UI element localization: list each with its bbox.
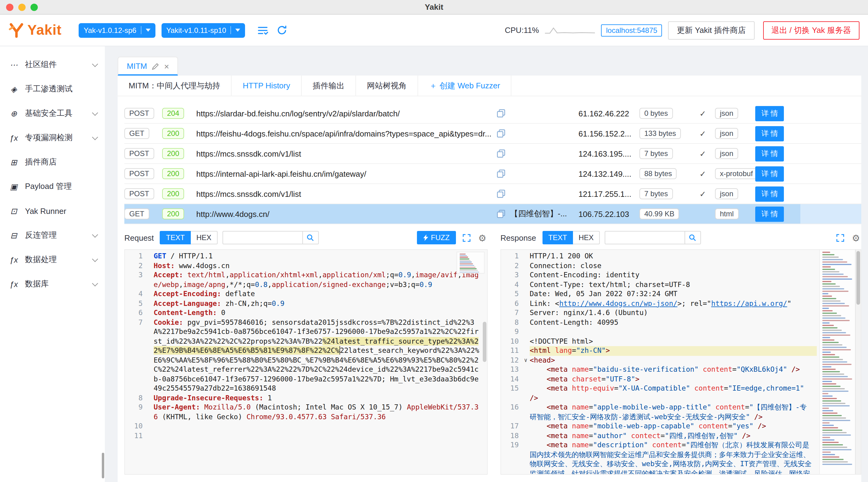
close-tab-icon[interactable]: × bbox=[164, 62, 169, 70]
code-line: 10<!DOCTYPE html> bbox=[501, 337, 817, 346]
response-search-icon[interactable] bbox=[684, 231, 701, 244]
close-window-button[interactable] bbox=[6, 3, 13, 11]
content-type-cell: html bbox=[715, 208, 755, 219]
code-line: 9User-Agent: Mozilla/5.0 (Macintosh; Int… bbox=[125, 403, 487, 422]
line-content: <html lang="zh-CN"> bbox=[530, 346, 817, 356]
response-editor[interactable]: 1HTTP/1.1 200 OK2Connection: close3Conte… bbox=[500, 249, 861, 475]
sidebar-item-data-processing[interactable]: ƒx数据处理 bbox=[0, 247, 105, 272]
minimap-line bbox=[822, 447, 847, 448]
response-fullscreen-icon[interactable] bbox=[835, 232, 845, 243]
response-minimap[interactable] bbox=[819, 250, 855, 474]
fold-gutter bbox=[146, 422, 154, 431]
body-size-cell: 7 bytes bbox=[640, 148, 691, 159]
fold-gutter bbox=[522, 384, 530, 403]
copy-url-icon[interactable] bbox=[492, 190, 510, 198]
sidebar-item-reverse-connection[interactable]: ⊟反连管理 bbox=[0, 223, 105, 247]
table-row[interactable]: POST204https://slardar-bd.feishu.cn/log/… bbox=[124, 104, 861, 124]
line-number: 16 bbox=[501, 403, 522, 422]
request-fullscreen-icon[interactable] bbox=[461, 232, 471, 243]
request-text-mode-button[interactable]: TEXT bbox=[160, 231, 191, 244]
table-row[interactable]: POST200https://mcs.snssdk.com/v1/list124… bbox=[124, 144, 861, 164]
sidebar-item-database[interactable]: ƒx数据库 bbox=[0, 272, 105, 296]
request-url: http://www.4dogs.cn/ bbox=[196, 209, 492, 219]
minimap-line bbox=[822, 364, 851, 365]
sidebar-item-payload-manager[interactable]: ▣Payload 管理 bbox=[0, 174, 105, 199]
content-type-tag: x-protobuf bbox=[715, 168, 755, 179]
yakit-version-badge[interactable]: Yakit-v1.0.11-sp10 bbox=[161, 23, 245, 37]
line-number: 3 bbox=[125, 270, 146, 289]
line-number: 5 bbox=[125, 299, 146, 308]
response-hex-mode-button[interactable]: HEX bbox=[573, 231, 599, 244]
sidebar-item-plugin-store[interactable]: ⊞插件商店 bbox=[0, 150, 105, 174]
code-line: 7Server: nginx/1.4.6 (Ubuntu) bbox=[501, 308, 817, 318]
copy-url-icon[interactable] bbox=[492, 109, 510, 118]
response-settings-icon[interactable]: ⚙ bbox=[850, 232, 861, 244]
subtab-create-web-fuzzer[interactable]: ＋创建 Web Fuzzer bbox=[418, 75, 512, 96]
body-size-cell: 88 bytes bbox=[640, 168, 691, 179]
status-cell: 200 bbox=[162, 168, 196, 179]
line-number: 8 bbox=[501, 318, 522, 327]
minimap-line bbox=[822, 261, 847, 263]
request-search-icon[interactable] bbox=[302, 231, 318, 244]
tab-mitm[interactable]: MITM × bbox=[118, 57, 178, 75]
subtab-http-history[interactable]: HTTP History bbox=[231, 75, 302, 96]
switch-yak-server-button[interactable]: 退出 / 切换 Yak 服务器 bbox=[763, 21, 860, 39]
request-settings-icon[interactable]: ⚙ bbox=[477, 232, 488, 244]
request-search-input[interactable] bbox=[223, 231, 302, 244]
fuzz-button[interactable]: FUZZ bbox=[417, 231, 456, 244]
sidebar-item-yak-runner[interactable]: ⊡Yak Runner bbox=[0, 199, 105, 223]
table-row[interactable]: POST200https://internal-api-lark-api.fei… bbox=[124, 164, 861, 184]
detail-button[interactable]: 详 情 bbox=[755, 166, 784, 181]
fold-gutter bbox=[146, 270, 154, 289]
sidebar-item-basic-security-tools[interactable]: ⊕基础安全工具 bbox=[0, 101, 105, 126]
detail-button[interactable]: 详 情 bbox=[755, 206, 784, 222]
request-hex-mode-button[interactable]: HEX bbox=[191, 231, 217, 244]
sidebar-scrollbar-thumb[interactable] bbox=[102, 453, 104, 478]
detail-button[interactable]: 详 情 bbox=[755, 146, 784, 161]
copy-url-icon[interactable] bbox=[492, 149, 510, 158]
sidebar-item-special-vuln-detect[interactable]: ƒx专项漏洞检测 bbox=[0, 126, 105, 150]
sidebar-item-community-components[interactable]: ⋯社区组件 bbox=[0, 53, 105, 77]
lightning-icon bbox=[423, 234, 429, 241]
subtab-website-tree[interactable]: 网站树视角 bbox=[356, 75, 418, 96]
sidebar-item-label: Yak Runner bbox=[25, 206, 66, 216]
reverse-icon: ⊟ bbox=[8, 231, 19, 240]
line-number: 10 bbox=[125, 422, 146, 431]
table-row[interactable]: GET200http://www.4dogs.cn/【四维创智】-...106.… bbox=[124, 204, 861, 224]
request-scrollbar-thumb[interactable] bbox=[483, 322, 487, 362]
detail-button[interactable]: 详 情 bbox=[755, 106, 784, 121]
subtab-plugin-output[interactable]: 插件输出 bbox=[302, 75, 356, 96]
copy-url-icon[interactable] bbox=[492, 129, 510, 138]
badge-divider bbox=[141, 26, 141, 34]
request-editor[interactable]: 1GET / HTTP/1.12Host: www.4dogs.cn3Accep… bbox=[124, 249, 488, 475]
detail-button[interactable]: 详 情 bbox=[755, 186, 784, 201]
line-content: <meta name="baidu-site-verification" con… bbox=[530, 365, 817, 375]
method-tag: POST bbox=[124, 188, 154, 199]
subtab-mitm-hijack[interactable]: MITM：中间人代理与劫持 bbox=[118, 75, 231, 96]
content-type-cell: json bbox=[715, 108, 755, 119]
fold-gutter bbox=[146, 403, 154, 422]
minimize-window-button[interactable] bbox=[18, 3, 26, 11]
response-scrollbar[interactable] bbox=[855, 250, 861, 474]
copy-url-icon[interactable] bbox=[492, 210, 510, 218]
request-minimap[interactable] bbox=[457, 252, 485, 274]
update-plugin-store-button[interactable]: 更新 Yakit 插件商店 bbox=[669, 21, 754, 39]
line-number: 1 bbox=[501, 252, 522, 261]
edit-tab-icon[interactable] bbox=[152, 62, 159, 70]
response-text-mode-button[interactable]: TEXT bbox=[542, 231, 573, 244]
fold-icon[interactable]: ∨ bbox=[522, 356, 530, 365]
detail-button[interactable]: 详 情 bbox=[755, 126, 784, 141]
sidebar-item-manual-pentest[interactable]: ◈手工渗透测试 bbox=[0, 77, 105, 101]
table-row[interactable]: POST200https://mcs.snssdk.com/v1/list121… bbox=[124, 184, 861, 204]
action-cell: 详 情 bbox=[755, 126, 800, 141]
response-scrollbar-thumb[interactable] bbox=[857, 251, 860, 305]
yak-version-badge[interactable]: Yak-v1.0.12-sp6 bbox=[79, 23, 155, 37]
task-list-icon[interactable] bbox=[256, 24, 270, 36]
refresh-icon[interactable] bbox=[276, 24, 288, 37]
table-row[interactable]: GET200https://feishu-4dogs.feishu.cn/spa… bbox=[124, 124, 861, 144]
minimap-line bbox=[460, 263, 473, 264]
copy-url-icon[interactable] bbox=[492, 169, 510, 178]
fold-gutter bbox=[522, 431, 530, 441]
response-search-input[interactable] bbox=[605, 231, 684, 244]
zoom-window-button[interactable] bbox=[30, 3, 38, 11]
